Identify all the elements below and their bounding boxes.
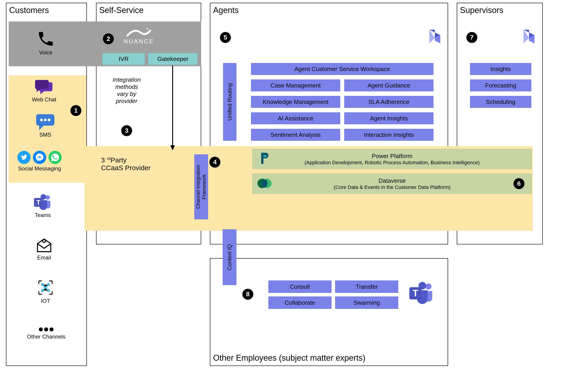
teams-icon-other: T (409, 282, 434, 305)
svg-point-8 (45, 195, 50, 200)
svg-point-19 (39, 327, 43, 332)
other-label: Other Channels (27, 334, 65, 340)
ccaas-label: 3 Partyrd CCaaS Provider (101, 156, 151, 172)
iot-icon (37, 279, 54, 296)
dataverse-icon (257, 177, 272, 190)
agent-right-0: Agent Guidance (344, 80, 433, 91)
badge-4: 4 (209, 157, 220, 168)
agent-left-2: AI Assistance (251, 112, 340, 124)
agent-right-1: SLA Adherence (344, 96, 433, 108)
social-label: Social Messaging (18, 165, 61, 172)
integration-note: Integration methods vary by provider (104, 76, 150, 105)
contextiq-box: Context IQ (223, 229, 236, 285)
supervisors-title: Supervisors (460, 5, 503, 15)
other-employees-panel (210, 258, 448, 366)
badge-8: 8 (242, 289, 253, 300)
other-br: Swarming (335, 296, 398, 309)
channel-other: Other Channels (27, 327, 65, 340)
chat-bubble-icon (35, 80, 53, 95)
sms-label: SMS (39, 132, 51, 138)
badge-3: 3 (121, 125, 132, 136)
teams-label: Teams (35, 212, 51, 218)
svg-text:@: @ (43, 240, 45, 243)
phone-icon (37, 30, 55, 48)
svg-point-6 (33, 151, 46, 164)
channel-voice: Voice (37, 30, 55, 56)
svg-point-3 (44, 119, 47, 121)
svg-point-22 (147, 28, 148, 30)
supervisor-1: Forecasting (470, 80, 531, 91)
other-tl: Consult (268, 281, 331, 293)
dynamics-icon-agents (427, 28, 443, 45)
messenger-icon (33, 151, 46, 164)
iot-label: IOT (41, 298, 50, 304)
channel-sms: SMS (36, 114, 54, 138)
workspace-box: Agent Customer Service Workspace (251, 63, 433, 75)
customers-title: Customers (9, 5, 49, 15)
channel-email: @ Email (36, 238, 52, 261)
badge-6: 6 (513, 178, 524, 189)
svg-point-27 (262, 179, 267, 188)
svg-point-20 (44, 327, 48, 332)
agent-left-1: Knowledge Management (251, 96, 340, 108)
other-employees-title: Other Employees (subject matter experts) (213, 353, 365, 363)
voice-label: Voice (39, 49, 53, 56)
ivr-box: IVR (102, 53, 145, 65)
svg-marker-1 (39, 126, 44, 130)
webchat-label: Web Chat (32, 96, 56, 103)
supervisor-2: Scheduling (470, 96, 531, 108)
cif-box: Channel IntegrationFramework (194, 154, 208, 219)
power-platform-icon (258, 152, 271, 165)
svg-point-2 (40, 119, 43, 121)
nuance-swoosh-icon (125, 27, 152, 38)
svg-point-21 (50, 327, 54, 332)
channel-webchat: Web Chat (32, 80, 56, 103)
power-platform-box: Power Platform (Application Development,… (252, 149, 532, 169)
dataverse-box: Dataverse (Core Data & Events in the Cus… (252, 174, 532, 194)
arrow-down (169, 66, 176, 150)
svg-point-28 (426, 283, 432, 290)
svg-marker-24 (170, 145, 175, 150)
svg-text:T: T (36, 199, 41, 206)
svg-point-4 (48, 119, 51, 121)
selfservice-title: Self-Service (99, 5, 144, 15)
agent-left-3: Sentiment Analysis (251, 129, 340, 141)
agent-left-0: Case Management (251, 80, 340, 91)
whatsapp-icon (48, 151, 62, 164)
badge-5: 5 (220, 32, 231, 43)
gatekeeper-box: Gatekeeper (148, 53, 198, 65)
other-bl: Collaborate (268, 296, 331, 309)
badge-2: 2 (103, 33, 114, 44)
unified-routing-box: Unified Routing (223, 63, 236, 141)
dynamics-icon-supervisors (521, 28, 537, 45)
nuance-logo: NUANCE (123, 27, 154, 45)
agents-title: Agents (213, 5, 239, 15)
channel-teams: T Teams (34, 194, 52, 218)
svg-text:T: T (413, 288, 418, 298)
badge-1: 1 (70, 105, 81, 116)
supervisor-0: Insights (470, 63, 531, 75)
email-icon: @ (36, 238, 52, 253)
sms-icon (36, 114, 54, 130)
agent-right-2: Agent Insights (344, 112, 433, 124)
channel-social: Social Messaging (17, 151, 62, 172)
badge-7: 7 (466, 32, 477, 43)
email-label: Email (37, 254, 51, 261)
channel-iot: IOT (37, 279, 54, 304)
agent-right-3: Interaction Insights (344, 129, 433, 141)
teams-icon: T (34, 194, 52, 211)
other-tr: Transfer (335, 281, 398, 293)
ellipsis-icon (38, 327, 54, 332)
twitter-icon (17, 151, 31, 164)
